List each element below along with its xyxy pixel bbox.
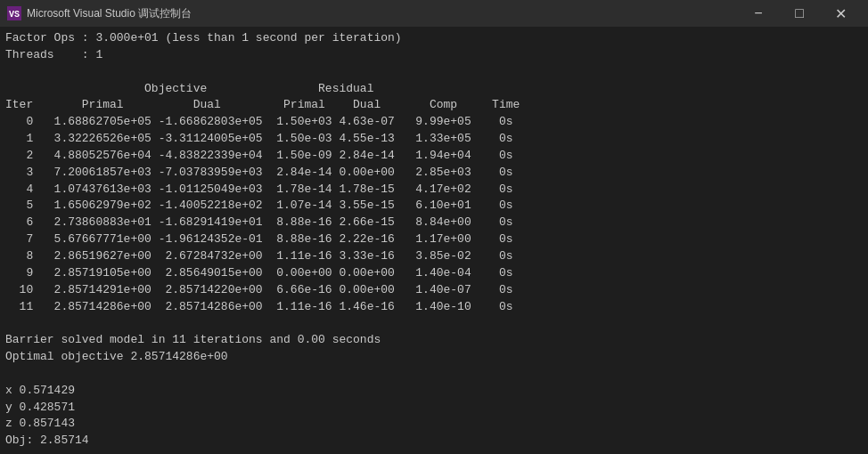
console-line: Objective Residual bbox=[5, 81, 863, 98]
window-title: Microsoft Visual Studio 调试控制台 bbox=[27, 6, 738, 21]
console-line: 9 2.85719105e+00 2.85649015e+00 0.00e+00… bbox=[5, 265, 863, 282]
console-line: 10 2.85714291e+00 2.85714220e+00 6.66e-1… bbox=[5, 282, 863, 299]
console-line: Optimal objective 2.85714286e+00 bbox=[5, 349, 863, 366]
console-line: 6 2.73860883e+01 -1.68291419e+01 8.88e-1… bbox=[5, 215, 863, 231]
maximize-button[interactable]: □ bbox=[779, 0, 820, 27]
console-line: Obj: 2.85714 bbox=[5, 433, 863, 450]
console-line bbox=[5, 315, 863, 332]
console-line: Barrier solved model in 11 iterations an… bbox=[5, 332, 863, 349]
app-icon: VS bbox=[7, 6, 21, 20]
console-line bbox=[5, 450, 863, 454]
console-line: 8 2.86519627e+00 2.67284732e+00 1.11e-16… bbox=[5, 248, 863, 265]
title-bar: VS Microsoft Visual Studio 调试控制台 − □ ✕ bbox=[0, 0, 868, 27]
console-line: 0 1.68862705e+05 -1.66862803e+05 1.50e+0… bbox=[5, 114, 863, 131]
console-line bbox=[5, 366, 863, 383]
console-line: 4 1.07437613e+03 -1.01125049e+03 1.78e-1… bbox=[5, 182, 863, 199]
console-line: y 0.428571 bbox=[5, 400, 863, 417]
minimize-button[interactable]: − bbox=[738, 0, 779, 27]
close-button[interactable]: ✕ bbox=[820, 0, 861, 27]
console-line: x 0.571429 bbox=[5, 383, 863, 400]
console-line: 2 4.88052576e+04 -4.83822339e+04 1.50e-0… bbox=[5, 148, 863, 165]
svg-text:VS: VS bbox=[9, 10, 20, 20]
console-line: 3 7.20061857e+03 -7.03783959e+03 2.84e-1… bbox=[5, 165, 863, 182]
console-line: Iter Primal Dual Primal Dual Comp Time bbox=[5, 97, 863, 114]
console-line: 5 1.65062979e+02 -1.40052218e+02 1.07e-1… bbox=[5, 198, 863, 215]
console-line: z 0.857143 bbox=[5, 416, 863, 433]
console-line: 11 2.85714286e+00 2.85714286e+00 1.11e-1… bbox=[5, 299, 863, 316]
window-controls: − □ ✕ bbox=[738, 0, 861, 27]
console-line: Threads : 1 bbox=[5, 47, 863, 64]
console-output: Factor Ops : 3.000e+01 (less than 1 seco… bbox=[0, 27, 868, 454]
console-line bbox=[5, 64, 863, 81]
console-line: 7 5.67667771e+00 -1.96124352e-01 8.88e-1… bbox=[5, 231, 863, 248]
console-line: 1 3.32226526e+05 -3.31124005e+05 1.50e-0… bbox=[5, 131, 863, 148]
console-line: Factor Ops : 3.000e+01 (less than 1 seco… bbox=[5, 30, 863, 47]
